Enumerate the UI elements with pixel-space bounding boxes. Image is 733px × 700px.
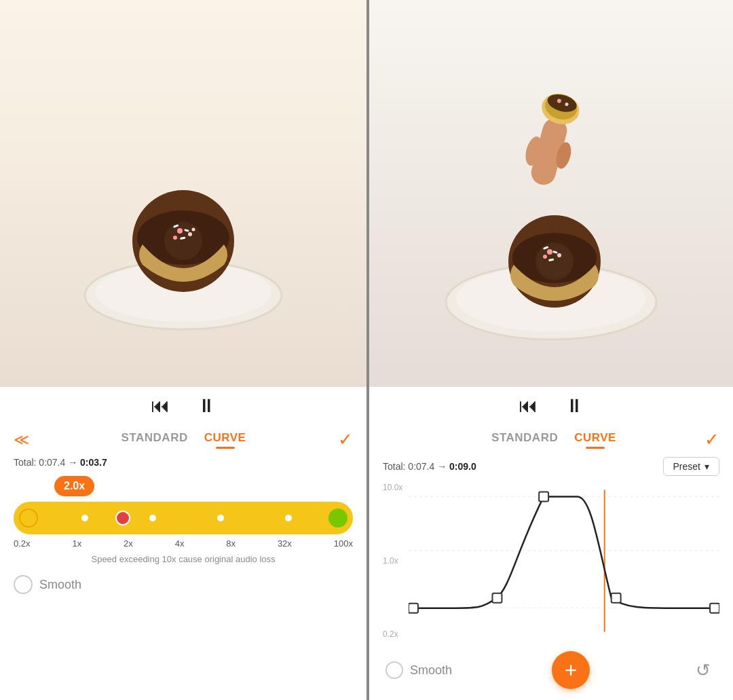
skip-back-right[interactable]: ⏮ — [519, 397, 538, 416]
cp-2[interactable] — [492, 593, 502, 603]
speed-1x: 1x — [72, 538, 81, 549]
video-preview-right — [369, 0, 733, 387]
bottom-controls-right: Smooth + ↺ — [369, 643, 733, 700]
cp-peak[interactable] — [539, 492, 548, 501]
warning-text: Speed exceeding 10x cause original audio… — [91, 554, 275, 564]
tab-curve-right[interactable]: CURVE — [574, 431, 616, 449]
tab-curve-left[interactable]: CURVE — [204, 431, 246, 449]
y-label-1x: 1.0x — [383, 556, 402, 566]
check-right[interactable]: ✓ — [704, 429, 719, 450]
tab-bar-right: STANDARD CURVE ✓ — [369, 424, 733, 450]
slider-dot-1 — [81, 515, 88, 521]
smooth-label-right: Smooth — [410, 663, 452, 678]
skip-back-left[interactable]: ⏮ — [151, 397, 170, 416]
slider-track[interactable] — [14, 502, 353, 534]
preset-label: Preset — [673, 461, 700, 472]
tab-group-left: STANDARD CURVE — [121, 431, 246, 449]
slider-end — [328, 509, 347, 528]
curve-chart-container: 10.0x 1.0x 0.2x — [383, 483, 719, 639]
play-pause-right[interactable]: ⏸ — [565, 397, 584, 416]
cp-3[interactable] — [612, 593, 621, 603]
preset-button[interactable]: Preset ▾ — [663, 457, 719, 476]
svg-point-28 — [547, 249, 552, 255]
arrow-left: → — [68, 457, 80, 468]
cp-1[interactable] — [409, 604, 418, 613]
reset-button[interactable]: ↺ — [690, 657, 717, 684]
double-check-icon-left[interactable]: ≪ — [14, 431, 29, 449]
slider-area[interactable] — [0, 502, 366, 534]
speed-100x: 100x — [334, 538, 353, 549]
svg-point-7 — [188, 232, 192, 236]
speed-bubble: 2.0x — [54, 476, 94, 496]
controls-row-right: ⏮ ⏸ — [369, 387, 733, 424]
smooth-row-left: Smooth — [0, 575, 366, 594]
duration-left: 0:03.7 — [80, 457, 107, 468]
slider-dot-2 — [149, 515, 156, 521]
slider-thumb[interactable] — [115, 511, 130, 526]
check-left[interactable]: ✓ — [338, 429, 353, 450]
y-label-10x: 10.0x — [383, 483, 402, 492]
svg-point-9 — [192, 228, 195, 232]
cp-4[interactable] — [710, 604, 719, 613]
slider-dot-3 — [217, 515, 224, 521]
slider-start — [19, 509, 38, 528]
smooth-row-right: Smooth — [386, 661, 452, 679]
add-icon: + — [565, 658, 578, 683]
curve-svg — [409, 483, 719, 639]
preset-arrow-icon: ▾ — [704, 461, 709, 472]
donut-scene-right — [443, 37, 660, 350]
right-panel: ⏮ ⏸ STANDARD CURVE ✓ Total: 0:07.4 → 0:0… — [366, 0, 733, 700]
smooth-toggle-right[interactable] — [386, 661, 403, 679]
controls-row-left: ⏮ ⏸ — [0, 387, 366, 424]
tab-standard-right[interactable]: STANDARD — [491, 431, 558, 449]
slider-dot-4 — [285, 515, 292, 521]
svg-point-30 — [543, 255, 547, 259]
curve-info-row: Total: 0:07.4 → 0:09.0 Preset ▾ — [369, 450, 733, 476]
tab-group-right: STANDARD CURVE — [491, 431, 616, 449]
svg-point-8 — [173, 236, 177, 240]
svg-point-29 — [557, 253, 561, 257]
video-bg-right — [369, 0, 733, 387]
speed-32x: 32x — [278, 538, 292, 549]
warning-row: Speed exceeding 10x cause original audio… — [0, 549, 366, 564]
smooth-label-left: Smooth — [39, 578, 81, 592]
reset-icon: ↺ — [696, 660, 711, 681]
speed-0.2x: 0.2x — [14, 538, 31, 549]
video-preview-left — [0, 0, 366, 387]
speed-labels: 0.2x 1x 2x 4x 8x 32x 100x — [0, 534, 366, 549]
video-bg-left — [0, 0, 366, 387]
tab-standard-left[interactable]: STANDARD — [121, 431, 188, 449]
speed-2x: 2x — [124, 538, 133, 549]
left-panel: ⏮ ⏸ ≪ STANDARD CURVE ✓ Total: 0:07.4 → 0… — [0, 0, 366, 700]
donut-scene-left — [75, 37, 292, 350]
tab-bar-left: ≪ STANDARD CURVE ✓ — [0, 424, 366, 450]
y-label-0.2x: 0.2x — [383, 629, 402, 639]
speed-8x: 8x — [226, 538, 236, 549]
y-axis-labels: 10.0x 1.0x 0.2x — [383, 483, 402, 639]
total-label-left: Total: 0:07.4 — [14, 457, 65, 468]
speed-bubble-area: 2.0x — [0, 468, 366, 499]
speed-4x: 4x — [175, 538, 185, 549]
total-label-right: Total: 0:07.4 → 0:09.0 — [383, 461, 476, 472]
smooth-toggle-left[interactable] — [14, 575, 33, 594]
play-pause-left[interactable]: ⏸ — [197, 397, 216, 416]
add-point-button[interactable]: + — [552, 651, 590, 689]
info-row-left: Total: 0:07.4 → 0:03.7 — [0, 450, 366, 468]
svg-point-6 — [177, 228, 183, 234]
